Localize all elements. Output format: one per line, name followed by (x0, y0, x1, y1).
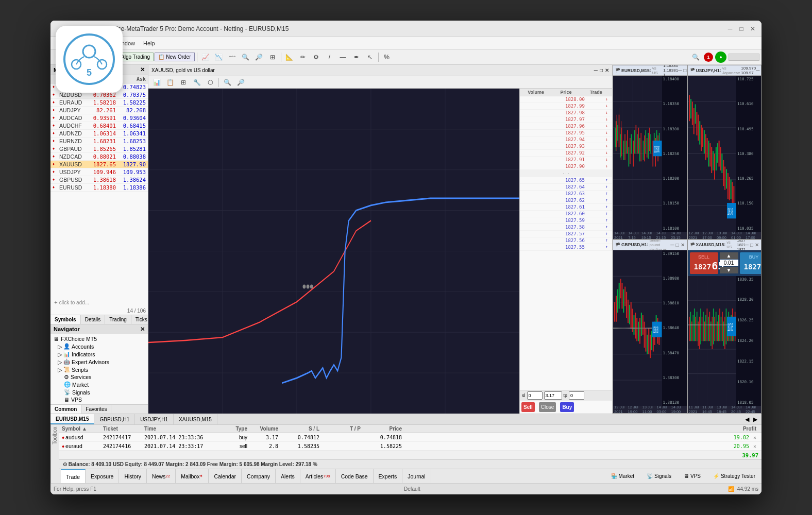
xauusd-sell-btn[interactable]: SELL 1827 65 (690, 252, 718, 274)
gbpusd-body[interactable]: 1.38618 1.39150 1.38980 1.38810 1.38640 … (613, 250, 687, 406)
chart-tab-usdjpy[interactable]: USDJPY,H1 (135, 414, 174, 424)
tb-grid[interactable]: ⊞ (266, 52, 279, 63)
xauusd-mini-close[interactable]: ✕ (755, 242, 759, 248)
nav-market[interactable]: 🌐 Market (52, 381, 147, 388)
audusd-close-btn[interactable]: ✕ (753, 435, 756, 440)
eurusd-restore[interactable]: □ (683, 67, 686, 73)
tb-horizontal[interactable]: — (337, 52, 349, 63)
nav-signals[interactable]: 📡 Signals (52, 388, 147, 396)
nav-expert-advisors[interactable]: ▷ 🤖 Expert Advisors (52, 358, 147, 366)
chart-close[interactable]: ✕ (605, 67, 609, 73)
tb-indicator[interactable]: 📐 (283, 52, 296, 63)
nav-services[interactable]: ⚙ Services (52, 373, 147, 381)
tab-journal[interactable]: Journal (402, 469, 431, 483)
chart-zoom-out[interactable]: 🔎 (234, 77, 247, 88)
chart-tb-5[interactable]: ⬡ (204, 77, 216, 88)
tab-calendar[interactable]: Calendar (209, 469, 242, 483)
nav-accounts[interactable]: ▷ 👤 Accounts (52, 342, 147, 350)
chart-minimize[interactable]: ─ (594, 67, 598, 73)
nav-tab-common[interactable]: Common (50, 405, 81, 414)
tab-symbols[interactable]: Symbols (50, 315, 81, 324)
tab-exposure[interactable]: Exposure (86, 469, 119, 483)
ob-sl-input[interactable] (527, 391, 543, 400)
usdjpy-body[interactable]: 109.346 110.725 110.610 110.495 110.380 … (688, 76, 762, 232)
nav-vps[interactable]: 🖥 VPS (52, 396, 147, 403)
tb-chart-bar[interactable]: 📈 (199, 52, 212, 63)
tab-news[interactable]: News 22 (147, 469, 176, 483)
chart-tab-xauusd[interactable]: XAUUSD,M15 (174, 414, 217, 424)
tb-objects[interactable]: ✏ (297, 52, 309, 63)
vps-action-btn[interactable]: 🖥 VPS (680, 472, 705, 480)
tb-pencil[interactable]: ✒ (350, 52, 363, 63)
new-order-btn[interactable]: 📋 New Order (155, 53, 194, 61)
chart-tb-4[interactable]: 🔧 (191, 77, 203, 88)
mw-row-gbpaud[interactable]: ♦GBPAUD1.852651.85281 (50, 145, 148, 153)
market-action-btn[interactable]: 🏪 Market (607, 472, 639, 480)
tab-experts[interactable]: Experts (374, 469, 403, 483)
mw-row-nzdcad[interactable]: ♦NZDCAD0.880210.88038 (50, 153, 148, 161)
ob-tp-input[interactable] (569, 391, 584, 400)
trade-row-audusd[interactable]: ♦ audusd 242174417 2021.07.14 23:33:36 b… (59, 433, 762, 442)
tab-mailbox[interactable]: Mailbox ✦ (176, 469, 209, 483)
tab-company[interactable]: Company (242, 469, 276, 483)
tab-trading[interactable]: Trading (105, 315, 131, 324)
mw-row-eurusd[interactable]: ♦EURUSD1.183801.18386 (50, 184, 148, 192)
tab-codebase[interactable]: Code Base (336, 469, 374, 483)
toolbox-sidebar[interactable]: Toolbox (50, 425, 59, 483)
nav-tab-favorites[interactable]: Favorites (81, 405, 111, 414)
tb-chart-line[interactable]: 📉 (213, 52, 225, 63)
tab-details[interactable]: Details (81, 315, 106, 324)
tb-cursor[interactable]: ↖ (364, 52, 376, 63)
nav-scripts[interactable]: ▷ 📜 Scripts (52, 366, 147, 373)
chart-tb-2[interactable]: 📋 (164, 77, 176, 88)
navigator-close[interactable]: ✕ (140, 326, 145, 333)
chart-tabs-prev[interactable]: ◀ (743, 415, 751, 424)
close-btn[interactable]: ✕ (748, 24, 757, 33)
tb-zoom-out[interactable]: 🔎 (253, 52, 265, 63)
gbpusd-close[interactable]: ✕ (681, 242, 685, 248)
nav-indicators[interactable]: ▷ 📊 Indicators (52, 350, 147, 358)
chart-tb-3[interactable]: ⊞ (177, 77, 190, 88)
ob-buy-btn[interactable]: Buy (560, 402, 574, 412)
signals-action-btn[interactable]: 📡 Signals (642, 472, 675, 480)
euraud-close-btn[interactable]: ✕ (753, 443, 756, 449)
eurusd-body[interactable]: 1.18380 1.18400 1.18350 1.18300 1.18250 … (613, 76, 687, 232)
qty-up-btn[interactable]: ▲ (720, 252, 738, 259)
xauusd-mini-restore[interactable]: □ (750, 242, 753, 248)
tab-trade[interactable]: Trade (61, 469, 86, 483)
tab-history[interactable]: History (119, 469, 147, 483)
mw-row-audjpy[interactable]: ♦AUDJPY82.26182.268 (50, 107, 148, 114)
strategy-tester-btn[interactable]: ⚡ Strategy Tester (709, 472, 759, 480)
trade-row-euraud[interactable]: ♦ euraud 242174416 2021.07.14 23:33:17 s… (59, 442, 762, 451)
tb-zoom-in[interactable]: 🔍 (240, 52, 252, 63)
mw-row-usdjpy[interactable]: ♦USDJPY109.946109.953 (50, 168, 148, 176)
tb-chart-area[interactable]: 〰 (226, 52, 239, 63)
usdjpy-restore[interactable]: □ (761, 67, 762, 73)
tb-settings[interactable]: ⚙ (310, 52, 323, 63)
qty-down-btn[interactable]: ▼ (720, 267, 738, 273)
mw-row-audchf[interactable]: ♦AUDCHF0.684010.68415 (50, 122, 148, 130)
tab-articles[interactable]: Articles 799 (300, 469, 336, 483)
gbpusd-restore[interactable]: □ (675, 242, 679, 248)
chart-tabs-next[interactable]: ▶ (751, 415, 759, 424)
eurusd-minimize[interactable]: ─ (678, 67, 682, 73)
tb-search[interactable]: 🔍 (689, 52, 702, 63)
minimize-btn[interactable]: ─ (725, 24, 735, 33)
chart-tab-eurusd[interactable]: EURUSD,M15 (50, 414, 94, 424)
usdjpy-minimize[interactable]: ─ (756, 67, 759, 73)
tb-percent[interactable]: % (381, 52, 393, 63)
chart-maximize[interactable]: □ (600, 67, 603, 73)
xauusd-buy-btn[interactable]: BUY 1827 90 (740, 252, 762, 274)
ob-close-btn[interactable]: Close (539, 402, 556, 412)
menu-help[interactable]: Help (139, 39, 159, 47)
nav-fxchoice[interactable]: 🖥 FXChoice MT5 (52, 335, 147, 342)
tb-trendline[interactable]: / (324, 52, 336, 63)
market-watch-close[interactable]: ✕ (140, 66, 145, 73)
chart-tab-gbpusd[interactable]: GBPUSD,H1 (94, 414, 135, 424)
xauusd-chart-area[interactable] (148, 89, 519, 414)
mw-row-eurnzd[interactable]: ♦EURNZD1.682311.68253 (50, 138, 148, 145)
mw-row-gbpusd[interactable]: ♦GBPUSD1.386181.38624 (50, 176, 148, 184)
gbpusd-minimize[interactable]: ─ (670, 242, 674, 248)
xauusd-mini-minimize[interactable]: ─ (745, 242, 749, 248)
xauusd-mini-body[interactable]: 1827.65 1830.35 1828.30 1826.25 1824.20 … (688, 276, 762, 406)
